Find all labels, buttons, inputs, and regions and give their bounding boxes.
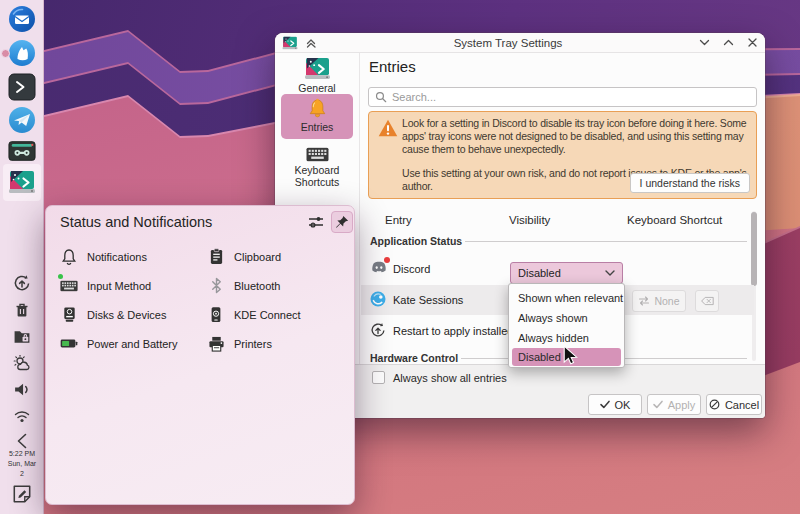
backspace-icon <box>701 296 714 306</box>
chevron-down-icon <box>605 270 615 276</box>
cancel-icon <box>709 399 720 410</box>
warning-message: Look for a setting in Discord to disable… <box>368 111 757 199</box>
column-header-entry: Entry <box>385 214 412 226</box>
sidebar-item-label: General <box>275 82 359 94</box>
panel-expand-icon[interactable] <box>15 432 29 450</box>
visibility-combobox-discord[interactable]: Disabled <box>510 262 623 284</box>
sidebar-item-entries[interactable]: Entries <box>275 98 359 133</box>
collapse-all-icon[interactable] <box>305 37 317 49</box>
understand-risks-button[interactable]: I understand the risks <box>630 173 750 193</box>
media-player-icon[interactable] <box>8 140 36 162</box>
telegram-icon[interactable] <box>8 106 36 134</box>
check-icon <box>653 400 663 409</box>
audio-volume-icon[interactable] <box>13 381 31 399</box>
scrollbar-thumb[interactable] <box>751 212 757 286</box>
status-item-label: Input Method <box>87 280 151 292</box>
status-item-bluetooth[interactable]: Bluetooth <box>207 277 348 295</box>
sticky-note-icon[interactable] <box>11 483 33 505</box>
librewolf-icon[interactable] <box>8 39 36 67</box>
active-dot <box>58 274 63 279</box>
always-show-checkbox[interactable] <box>372 371 385 384</box>
status-item-label: Disks & Devices <box>87 309 166 321</box>
status-item-label: Printers <box>234 338 272 350</box>
status-item-label: Bluetooth <box>234 280 280 292</box>
column-header-visibility: Visibility <box>509 214 550 226</box>
configure-icon[interactable] <box>308 215 324 229</box>
weather-icon[interactable] <box>13 355 31 373</box>
desktop: 5:22 PM Sun, Mar 2 System Tray Settings … <box>0 0 800 514</box>
sidebar-item-label: Entries <box>275 121 359 133</box>
battery-icon <box>60 335 78 353</box>
clock-day: 2 <box>0 469 44 479</box>
section-hardware-control: Hardware Control <box>370 352 458 364</box>
disks-icon <box>60 306 78 324</box>
page-title: Entries <box>369 58 416 75</box>
phone-icon <box>207 306 225 324</box>
keyboard-icon <box>306 147 329 162</box>
ok-label: OK <box>615 399 631 411</box>
status-item-notifications[interactable]: Notifications <box>60 248 207 266</box>
status-item-printers[interactable]: Printers <box>207 335 348 353</box>
status-item-clipboard[interactable]: Clipboard <box>207 248 348 266</box>
sidebar-item-label: Keyboard Shortcuts <box>275 165 359 188</box>
discord-icon <box>370 259 389 276</box>
sidebar-item-general[interactable]: General <box>275 57 359 94</box>
bluetooth-icon <box>207 277 225 295</box>
apply-label: Apply <box>668 399 696 411</box>
vault-icon[interactable] <box>13 328 31 346</box>
status-item-input-method[interactable]: Input Method <box>60 277 207 295</box>
discord-badge <box>384 257 390 263</box>
bell-icon <box>60 248 78 266</box>
clipboard-icon <box>207 248 225 266</box>
clock-time: 5:22 PM <box>0 449 44 459</box>
section-application-status: Application Status <box>370 235 462 247</box>
dropdown-option-always-shown[interactable]: Always shown <box>509 308 624 328</box>
keyboard-icon <box>60 277 78 295</box>
entries-bell-icon <box>307 98 328 119</box>
shortcut-button-label: None <box>654 295 679 307</box>
ok-button[interactable]: OK <box>588 394 642 415</box>
status-item-label: Clipboard <box>234 251 281 263</box>
search-field[interactable] <box>368 87 757 107</box>
status-item-disks-devices[interactable]: Disks & Devices <box>60 306 207 324</box>
check-icon <box>600 400 610 409</box>
thunderbird-icon[interactable] <box>8 5 36 33</box>
minimize-icon[interactable] <box>699 37 710 48</box>
system-tray-settings-task[interactable] <box>3 164 41 201</box>
entry-label-discord: Discord <box>393 263 430 275</box>
titlebar[interactable]: System Tray Settings <box>275 33 765 53</box>
shortcut-none-button[interactable]: None <box>632 290 686 312</box>
status-item-label: KDE Connect <box>234 309 301 321</box>
checkbox-label: Always show all entries <box>393 372 507 384</box>
mouse-cursor <box>561 345 579 365</box>
clear-shortcut-button[interactable] <box>695 290 719 312</box>
konsole-icon[interactable] <box>8 73 36 101</box>
status-item-kde-connect[interactable]: KDE Connect <box>207 306 348 324</box>
notification-badge <box>1 49 10 58</box>
combobox-value: Disabled <box>518 267 561 279</box>
cancel-button[interactable]: Cancel <box>706 394 762 415</box>
software-updates-icon[interactable] <box>13 274 31 292</box>
wifi-icon[interactable] <box>13 407 31 425</box>
sidebar-item-keyboard-shortcuts[interactable]: Keyboard Shortcuts <box>275 147 359 188</box>
clock-date: Sun, Mar <box>0 459 44 469</box>
digital-clock[interactable]: 5:22 PM Sun, Mar 2 <box>0 449 44 479</box>
printer-icon <box>207 335 225 353</box>
section-divider <box>465 241 747 242</box>
column-header-keyboard-shortcut: Keyboard Shortcut <box>627 214 722 226</box>
popup-title: Status and Notifications <box>60 214 212 230</box>
warning-paragraph: Look for a setting in Discord to disable… <box>402 117 748 156</box>
pin-icon <box>335 215 349 229</box>
status-items-grid: Notifications Clipboard Input Method Blu… <box>60 242 348 358</box>
search-input[interactable] <box>392 91 750 103</box>
close-icon[interactable] <box>747 37 758 48</box>
status-item-power-battery[interactable]: Power and Battery <box>60 335 207 353</box>
dropdown-option-shown-when-relevant[interactable]: Shown when relevant <box>509 288 624 308</box>
trash-icon[interactable] <box>13 301 31 319</box>
maximize-icon[interactable] <box>723 37 734 48</box>
status-notifications-popup: Status and Notifications Notifications C… <box>45 205 355 505</box>
pin-button[interactable] <box>331 211 353 233</box>
apply-button[interactable]: Apply <box>647 394 701 415</box>
search-icon <box>375 91 387 103</box>
kate-sessions-icon <box>370 291 386 307</box>
